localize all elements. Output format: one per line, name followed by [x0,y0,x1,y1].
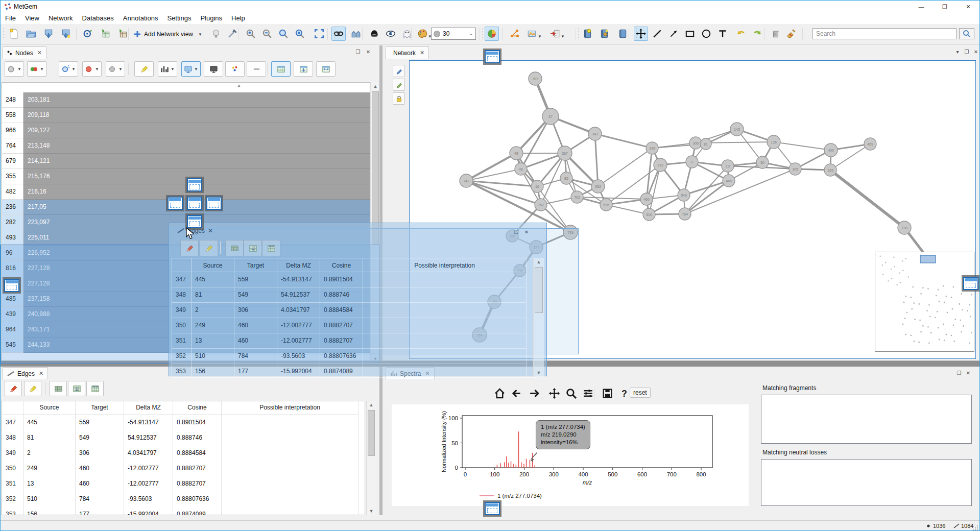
table-fit-across-button[interactable] [262,240,280,256]
notebook-button[interactable] [615,27,630,41]
tab-network[interactable]: Network ✕ [386,46,429,59]
nodes-dock-close-icon[interactable]: ✕ [364,48,372,56]
node-row-id[interactable]: 966 [2,123,23,138]
redo-button[interactable] [750,27,764,41]
pan-button[interactable] [547,387,561,400]
graph-edge[interactable] [598,148,652,186]
color-palette-button[interactable]: ▼ [415,27,429,41]
ghost-mode-button[interactable] [400,27,414,41]
minimap-viewport[interactable] [920,255,936,263]
bottom-dock-close-icon[interactable]: ✕ [964,369,972,377]
edges-table-row[interactable]: 34923064.03417970.8884584 [2,446,365,461]
export-image-button[interactable]: ▼ [548,27,562,41]
edges-col-Cosine[interactable]: Cosine [320,258,363,272]
search-button[interactable] [959,28,974,39]
rect-tool-button[interactable] [683,27,697,41]
tools-button[interactable] [225,27,240,41]
matching-neutral-losses-list[interactable] [761,459,972,506]
minus-button[interactable] [247,61,266,77]
menu-view[interactable]: View [20,13,44,23]
menu-databases[interactable]: Databases [78,13,118,23]
ellipse-tool-button[interactable] [699,27,713,41]
forward-button[interactable] [527,387,541,400]
edges-col-Source[interactable]: Source [192,258,234,272]
graph-edge[interactable] [466,169,521,181]
node-size-combobox[interactable]: 30 ⌄ [431,28,476,40]
edges-col-Possible interpretation[interactable]: Possible interpretation [363,258,527,272]
dock-indicator-center-icon[interactable] [185,195,204,211]
node-row-mz[interactable]: 213,148 [23,138,370,154]
zoom-out-button[interactable] [260,27,274,41]
edges-table-row[interactable]: 3488154954.9125370.888746 [172,287,537,303]
node-row-id[interactable]: 248 [2,92,23,108]
toolbar-handle[interactable] [636,28,637,40]
display-dark-button[interactable] [204,61,223,77]
edges-col-Possible interpretation[interactable]: Possible interpretation [222,401,358,415]
import-metadata-button[interactable] [99,27,113,41]
floating-edges-table[interactable]: SourceTargetDelta MZCosinePossible inter… [172,258,537,378]
floating-float-icon[interactable]: ❐ [512,228,520,236]
rgb-dots-button[interactable] [225,61,245,77]
save-project-button[interactable] [41,27,56,41]
bottom-dock-float-icon[interactable]: ❐ [955,369,963,377]
nodes-table-row[interactable]: 558209,118 [2,108,370,123]
network-layout-button[interactable] [508,27,522,41]
menu-help[interactable]: Help [227,13,250,23]
menu-plugins[interactable]: Plugins [196,13,227,23]
zoom-region-button[interactable] [276,27,291,41]
undo-button[interactable] [734,27,748,41]
save-button[interactable] [600,387,614,400]
toolbar-handle[interactable] [3,28,4,40]
pen-blue-button[interactable] [393,65,405,77]
highlight-red-button[interactable] [5,381,22,396]
edges-table-row[interactable]: 350249460-12.0027770.8882707 [2,461,365,476]
nodes-tab-close-icon[interactable]: ✕ [37,50,42,56]
node-row-id[interactable]: 482 [2,184,23,200]
table-fit-down-button[interactable] [244,240,262,256]
dock-indicator-top-icon[interactable] [185,177,204,193]
display-blue-button[interactable]: ▼ [181,61,201,77]
highlight-red-button[interactable] [180,240,199,256]
zoom-selection-button[interactable] [293,27,307,41]
node-row-mz[interactable]: 209,127 [23,123,370,138]
edges-col-Source[interactable]: Source [23,401,76,415]
spectrum-plot[interactable]: 0501000100200300400500600700800m/zNormal… [392,404,749,506]
node-highlight-button[interactable]: ▼ [59,61,78,77]
edges-table-row[interactable]: 352510784-93.56030.88807636 [172,349,537,364]
graph-edge[interactable] [774,142,831,150]
nodes-table-row[interactable]: 764213,148 [2,138,370,154]
node-color-pie-button[interactable]: ▼ [27,61,46,77]
lightbulb-button[interactable] [209,27,223,41]
graph-edge[interactable] [685,166,728,214]
network-minimap[interactable] [875,252,974,352]
delete-button[interactable] [769,27,783,41]
search-input[interactable]: Search [812,28,957,39]
edges-table-row[interactable]: 353156177-15.9920040.8874089 [172,364,537,378]
network-dock-close-icon[interactable]: ✕ [972,48,980,56]
menu-network[interactable]: Network [44,13,78,23]
line-tool-button[interactable] [650,27,664,41]
node-row-id[interactable]: 764 [2,138,23,154]
node-red-button[interactable]: ▼ [82,61,102,77]
table-fit-across-button[interactable] [86,381,104,396]
node-size-circle-button[interactable]: ▼ [5,61,24,77]
zoom-button[interactable] [564,387,578,400]
menu-annotations[interactable]: Annotations [118,13,163,23]
table-rows-button[interactable] [225,240,244,256]
screenshots-button[interactable]: ▼ [525,27,539,41]
node-row-id[interactable]: 236 [2,200,23,215]
node-row-id[interactable]: 282 [2,215,23,230]
graph-edge[interactable] [466,153,516,181]
dock-indicator-right-icon[interactable] [205,195,223,211]
edges-table-row[interactable]: 352510784-93.56030.88807636 [2,492,365,507]
edges-col-Delta MZ[interactable]: Delta MZ [277,258,320,272]
table-fit-button[interactable] [294,61,313,77]
network-tab-close-icon[interactable]: ✕ [420,50,424,56]
pen-green-button[interactable] [393,79,405,91]
edges-col-Target[interactable]: Target [234,258,277,272]
nodes-table-row[interactable]: 679214,121 [2,154,370,169]
table-columns-button[interactable] [316,61,336,77]
help-button[interactable]: ? [617,387,631,400]
dock-edge-right-icon[interactable] [962,275,980,292]
edges-col-rownum[interactable] [172,258,192,272]
